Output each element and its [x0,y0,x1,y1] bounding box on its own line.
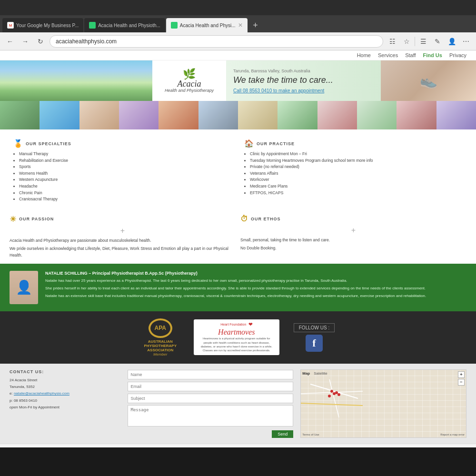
specialties-title: 🏅 OUR SPECIALTIES [13,139,232,148]
practise-item: Clinic by Appointment Mon – Fri [250,151,463,158]
hero-slogan: We take the time to care... [233,75,374,85]
bookmark-button[interactable]: ☆ [400,35,413,48]
ethos-title: ⏱ OUR ETHOS [240,215,466,223]
logo-main-text: Acacia [165,79,214,88]
form-subject-input[interactable] [128,394,294,403]
bio-content: NATALIE SCHILLING – Principal Physiother… [45,271,466,299]
svg-point-7 [337,393,340,396]
contact-info: CONTACT US: 24 Acacia Street Tanunda, 53… [10,369,120,438]
photo-4 [119,101,159,129]
contact-phone: p: 08 8563 0410 [10,397,120,404]
practise-list: Clinic by Appointment Mon – Fri Tuesday … [244,151,463,196]
specialty-item: Craniosacral Therapy [19,196,232,203]
contact-address: 24 Acacia Street Tanunda, 5352 e: natali… [10,377,120,411]
hours-label: open [10,405,18,409]
menu-button[interactable]: ☰ [417,35,429,48]
specialty-item: Womens Health [19,170,232,177]
contact-email: e: natalie@acaciahealthphysio.com [10,390,120,397]
site-navigation: Home Services Staff Find Us Privacy [0,50,476,60]
map-area[interactable]: Map Satellite + − [300,369,466,438]
bio-section: 👤 NATALIE SCHILLING – Principal Physioth… [0,264,476,311]
ethos-block: ⏱ OUR ETHOS + Small, personal, taking th… [240,215,466,259]
hero-beach-image [0,60,152,101]
services-section: 🏅 OUR SPECIALTIES Manual Therapy Rehabil… [0,129,476,212]
heart-foundation-label: Heart Foundation [220,323,246,326]
extensions-button[interactable]: ✎ [431,35,444,48]
map-report[interactable]: Report a map error [440,433,465,436]
browser-toolbar: ← → ↻ acaciahealthphysio.com ☷ ☆ ☰ ✎ 👤 ⋯ [0,32,476,50]
refresh-button[interactable]: ↻ [34,35,47,48]
form-email-input[interactable] [128,382,294,391]
heartmoves-title: Heartmoves [218,328,255,337]
photo-7 [238,101,278,129]
back-button[interactable]: ← [4,35,16,48]
more-button[interactable]: ⋯ [460,35,472,48]
practise-title: 🏠 OUR PRACTISE [244,139,463,148]
apa-logo: APA AUSTRALIAN PHYSIOTHERAPY ASSOCIATION… [141,318,179,357]
photo-2 [40,101,79,129]
photo-3 [79,101,119,129]
heart-symbol: ❤ [248,322,252,327]
apa-text: AUSTRALIAN PHYSIOTHERAPY ASSOCIATION [141,339,179,352]
logo-icon: 🌿 [165,69,214,79]
new-tab-button[interactable]: + [248,18,263,32]
bio-text2: She prides herself in her ability to tre… [45,286,466,291]
form-name-input[interactable] [128,370,294,379]
forward-button[interactable]: → [19,35,31,48]
phone-suffix: to make an appointment [272,88,324,93]
acacia1-favicon [89,22,96,29]
email-link[interactable]: natalie@acaciahealthphysio.com [14,391,69,396]
phone-number[interactable]: 08 8563 0410 [243,88,272,93]
heartmoves-header: Heart Foundation ❤ [220,322,252,327]
svg-point-4 [330,390,333,393]
profile-button[interactable]: 👤 [446,35,458,48]
hero-section: 🌿 Acacia Health and Physiotherapy Tarund… [0,60,476,101]
specialties-list: Manual Therapy Rehabilitation and Exerci… [13,151,232,203]
tab-view-button[interactable]: ☷ [386,35,398,48]
facebook-icon[interactable]: f [306,335,323,352]
tab-gmail[interactable]: M Your Google My Business P... [2,18,83,32]
form-message-input[interactable] [128,405,294,426]
practise-icon: 🏠 [244,139,254,148]
toolbar-actions: ☷ ☆ ☰ ✎ 👤 ⋯ [386,35,472,48]
apa-member: Member [153,352,167,357]
nav-home[interactable]: Home [357,52,371,58]
passion-ethos-section: ☀ OUR PASSION + Acacia Health and Physio… [0,212,476,264]
tab-acacia1[interactable]: Acacia Health and Physioth... [84,18,165,32]
tab-close-button[interactable]: ✕ [238,22,243,29]
ethos-text1: Small, personal, taking the time to list… [240,237,466,244]
specialty-item: Headache [19,183,232,190]
practise-item: Private (no referral needed) [250,164,463,170]
nav-staff[interactable]: Staff [405,52,416,58]
practise-item: Workcover [250,177,463,183]
separator [415,37,415,46]
photo-strip [0,101,476,129]
address-bar[interactable]: acaciahealthphysio.com [50,35,383,48]
browser-titlebar [0,0,476,15]
nav-privacy[interactable]: Privacy [449,52,466,58]
svg-line-2 [329,379,339,417]
site-footer: Privacy | © 2016 Acacia Health and Physi… [0,444,476,447]
specialties-block: 🏅 OUR SPECIALTIES Manual Therapy Rehabil… [10,135,236,207]
website-content: Home Services Staff Find Us Privacy 🌿 Ac… [0,50,476,447]
browser-tabs: M Your Google My Business P... Acacia He… [0,15,476,32]
tab-acacia1-label: Acacia Health and Physioth... [98,23,160,28]
photo-5 [159,101,198,129]
specialty-item: Western Acupuncture [19,177,232,183]
hero-foot-image: 👟 [381,60,476,101]
follow-label: FOLLOW US : [294,323,335,332]
nav-find-us[interactable]: Find Us [423,52,442,58]
bio-name: NATALIE SCHILLING – Principal Physiother… [45,271,466,276]
form-submit-button[interactable]: Send [272,430,293,438]
specialty-item: Sports [19,164,232,170]
specialty-item: Manual Therapy [19,151,232,158]
heartmoves-logo: Heart Foundation ❤ Heartmoves Heartmoves… [194,319,279,355]
specialties-icon: 🏅 [13,139,23,148]
nav-services[interactable]: Services [378,52,398,58]
map-svg [301,370,466,437]
passion-icon: ☀ [10,215,17,224]
photo-6 [198,101,238,129]
heartmoves-description: Heartmoves is a physical activity progra… [196,337,277,353]
tab-acacia2-active[interactable]: Acacia Health and Physi... ✕ [166,18,248,32]
map-terms[interactable]: Terms of Use [302,433,319,436]
